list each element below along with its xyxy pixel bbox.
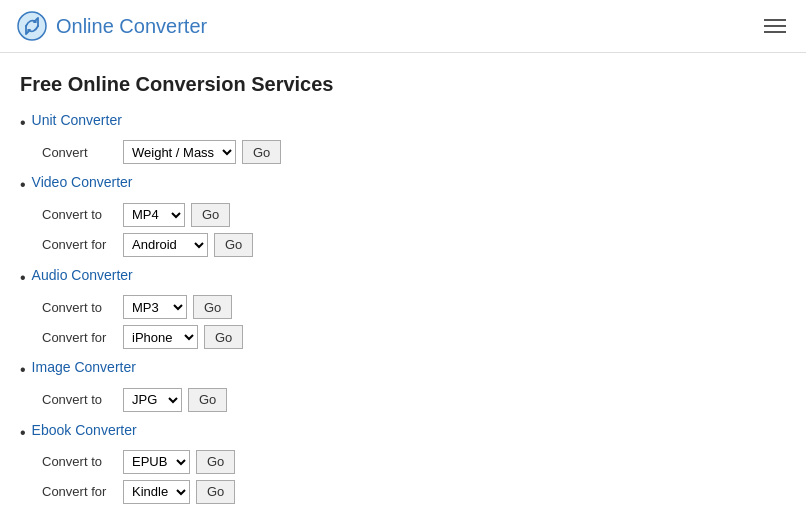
section-title-image[interactable]: Image Converter xyxy=(32,359,136,375)
row-audio-1: Convert foriPhoneAndroidiPadGo xyxy=(42,325,786,349)
go-button-audio-0[interactable]: Go xyxy=(193,295,232,319)
section-title-video[interactable]: Video Converter xyxy=(32,174,133,190)
section-video: •Video ConverterConvert toMP4AVIMOVWMVMK… xyxy=(20,174,786,256)
bullet-item-audio: •Audio Converter xyxy=(20,267,786,289)
select-audio-1[interactable]: iPhoneAndroidiPad xyxy=(123,325,198,349)
section-ebook: •Ebook ConverterConvert toEPUBMOBIPDFAZW… xyxy=(20,422,786,504)
page-title: Free Online Conversion Services xyxy=(20,73,786,96)
row-label-unit-0: Convert xyxy=(42,145,117,160)
section-image: •Image ConverterConvert toJPGPNGGIFBMPTI… xyxy=(20,359,786,411)
section-rows-audio: Convert toMP3WAVAACOGGFLACGoConvert fori… xyxy=(42,295,786,349)
bullet-item-unit: •Unit Converter xyxy=(20,112,786,134)
logo-area: Online Converter xyxy=(16,10,207,42)
hamburger-line-1 xyxy=(764,19,786,21)
svg-point-0 xyxy=(18,12,46,40)
bullet-video: • xyxy=(20,174,26,196)
hamburger-line-2 xyxy=(764,25,786,27)
row-label-audio-0: Convert to xyxy=(42,300,117,315)
row-label-ebook-0: Convert to xyxy=(42,454,117,469)
bullet-item-ebook: •Ebook Converter xyxy=(20,422,786,444)
section-title-ebook[interactable]: Ebook Converter xyxy=(32,422,137,438)
section-rows-image: Convert toJPGPNGGIFBMPTIFFGo xyxy=(42,388,786,412)
go-button-video-0[interactable]: Go xyxy=(191,203,230,227)
logo-icon xyxy=(16,10,48,42)
row-label-ebook-1: Convert for xyxy=(42,484,117,499)
hamburger-menu[interactable] xyxy=(760,15,790,37)
section-title-audio[interactable]: Audio Converter xyxy=(32,267,133,283)
section-title-unit[interactable]: Unit Converter xyxy=(32,112,122,128)
row-ebook-0: Convert toEPUBMOBIPDFAZW3Go xyxy=(42,450,786,474)
row-unit-0: ConvertWeight / MassLengthVolumeTemperat… xyxy=(42,140,786,164)
row-label-audio-1: Convert for xyxy=(42,330,117,345)
bullet-audio: • xyxy=(20,267,26,289)
go-button-unit-0[interactable]: Go xyxy=(242,140,281,164)
hamburger-line-3 xyxy=(764,31,786,33)
section-audio: •Audio ConverterConvert toMP3WAVAACOGGFL… xyxy=(20,267,786,349)
bullet-item-video: •Video Converter xyxy=(20,174,786,196)
row-video-1: Convert forAndroidiPhoneiPadSamsungGo xyxy=(42,233,786,257)
go-button-image-0[interactable]: Go xyxy=(188,388,227,412)
row-ebook-1: Convert forKindleNookKoboGo xyxy=(42,480,786,504)
sections-container: •Unit ConverterConvertWeight / MassLengt… xyxy=(20,112,786,505)
section-rows-unit: ConvertWeight / MassLengthVolumeTemperat… xyxy=(42,140,786,164)
go-button-audio-1[interactable]: Go xyxy=(204,325,243,349)
row-image-0: Convert toJPGPNGGIFBMPTIFFGo xyxy=(42,388,786,412)
section-rows-ebook: Convert toEPUBMOBIPDFAZW3GoConvert forKi… xyxy=(42,450,786,504)
row-audio-0: Convert toMP3WAVAACOGGFLACGo xyxy=(42,295,786,319)
row-video-0: Convert toMP4AVIMOVWMVMKVGo xyxy=(42,203,786,227)
logo-text: Online Converter xyxy=(56,15,207,38)
select-ebook-1[interactable]: KindleNookKobo xyxy=(123,480,190,504)
select-unit-0[interactable]: Weight / MassLengthVolumeTemperatureSpee… xyxy=(123,140,236,164)
row-label-video-0: Convert to xyxy=(42,207,117,222)
select-video-1[interactable]: AndroidiPhoneiPadSamsung xyxy=(123,233,208,257)
select-ebook-0[interactable]: EPUBMOBIPDFAZW3 xyxy=(123,450,190,474)
bullet-item-image: •Image Converter xyxy=(20,359,786,381)
main-content: Free Online Conversion Services •Unit Co… xyxy=(0,53,806,505)
row-label-video-1: Convert for xyxy=(42,237,117,252)
row-label-image-0: Convert to xyxy=(42,392,117,407)
go-button-ebook-1[interactable]: Go xyxy=(196,480,235,504)
go-button-video-1[interactable]: Go xyxy=(214,233,253,257)
bullet-unit: • xyxy=(20,112,26,134)
section-rows-video: Convert toMP4AVIMOVWMVMKVGoConvert forAn… xyxy=(42,203,786,257)
go-button-ebook-0[interactable]: Go xyxy=(196,450,235,474)
bullet-image: • xyxy=(20,359,26,381)
select-video-0[interactable]: MP4AVIMOVWMVMKV xyxy=(123,203,185,227)
select-image-0[interactable]: JPGPNGGIFBMPTIFF xyxy=(123,388,182,412)
bullet-ebook: • xyxy=(20,422,26,444)
section-unit: •Unit ConverterConvertWeight / MassLengt… xyxy=(20,112,786,164)
site-header: Online Converter xyxy=(0,0,806,53)
select-audio-0[interactable]: MP3WAVAACOGGFLAC xyxy=(123,295,187,319)
